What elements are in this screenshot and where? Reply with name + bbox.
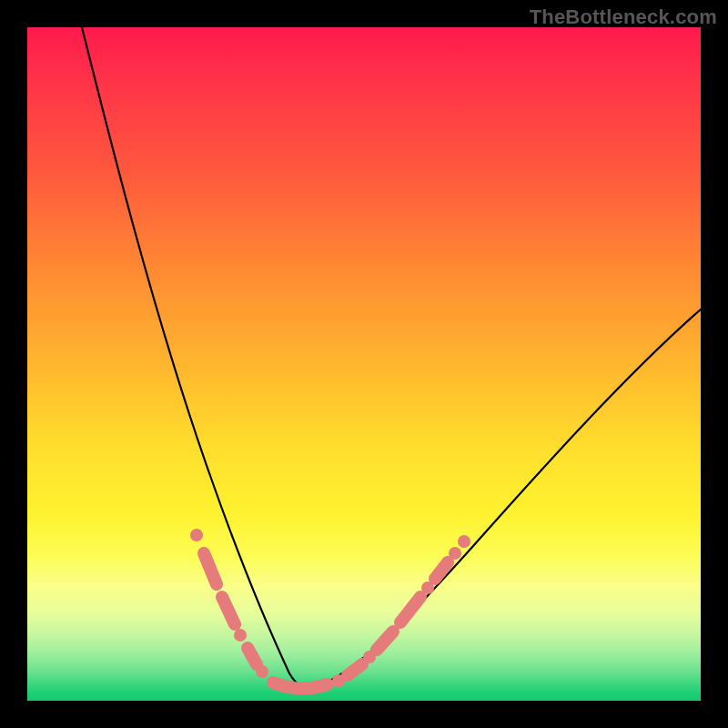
watermark-text: TheBottleneck.com <box>530 5 717 29</box>
salmon-seg <box>348 664 362 675</box>
salmon-seg <box>204 553 217 584</box>
salmon-seg <box>273 682 328 689</box>
salmon-seg <box>400 597 420 622</box>
plot-area <box>27 27 701 701</box>
curve-svg <box>27 27 701 701</box>
salmon-seg <box>248 648 257 664</box>
salmon-dot <box>256 665 268 678</box>
salmon-dot <box>190 529 203 541</box>
salmon-dot <box>449 547 461 560</box>
salmon-seg <box>377 632 393 650</box>
salmon-dot <box>234 629 247 642</box>
bottleneck-curve <box>82 27 701 689</box>
salmon-seg <box>222 597 235 624</box>
salmon-dot <box>458 535 470 548</box>
